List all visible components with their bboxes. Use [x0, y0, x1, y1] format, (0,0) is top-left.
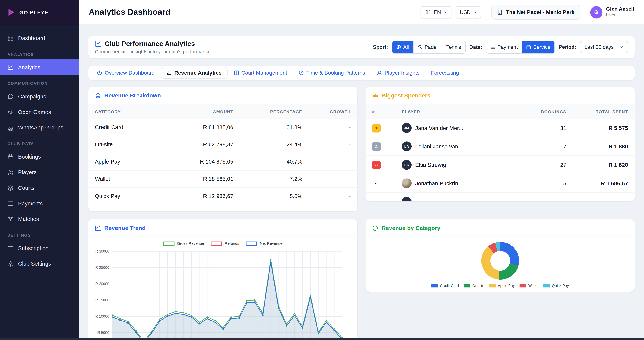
legend-label: Quick Pay — [552, 284, 569, 288]
sidebar-item-players[interactable]: Players — [0, 164, 79, 180]
sidebar-item-courts[interactable]: Courts — [0, 180, 79, 195]
calendar-icon — [8, 154, 14, 160]
brand-logo[interactable]: GO PLEYE — [0, 0, 79, 25]
tab-forecasting[interactable]: Forecasting — [426, 66, 464, 80]
chart-line-icon — [95, 40, 102, 47]
svg-text:R 5000: R 5000 — [97, 331, 109, 335]
revenue-breakdown-card: Revenue Breakdown CATEGORY AMOUNT PERCEN… — [88, 87, 358, 211]
table-row: Apple Pay R 104 875,05 40.7% - — [88, 153, 358, 170]
top-bar-actions: EN USD The Net Padel - Menlo Park G Glen… — [420, 5, 634, 19]
calendar-icon — [526, 45, 531, 50]
sidebar-item-whatsapp-groups[interactable]: WhatsApp Groups — [0, 120, 79, 135]
table-row: Wallet R 18 585,01 7.2% - — [88, 170, 358, 188]
tab-court-management[interactable]: Court Management — [228, 66, 292, 80]
club-selector-button[interactable]: The Net Padel - Menlo Park — [491, 5, 580, 19]
crown-icon — [372, 92, 378, 98]
sidebar-item-subscription[interactable]: Subscription — [0, 240, 79, 256]
column-header: # — [372, 109, 402, 114]
rank-badge: 2 — [372, 142, 380, 151]
table-row: On-site R 62 798,37 24.4% - — [88, 136, 358, 153]
sidebar-section-settings: SETTINGS — [0, 227, 79, 240]
column-header: CATEGORY — [95, 109, 151, 114]
trophy-icon — [8, 216, 14, 222]
analytics-tabs: Overview Dashboard Revenue Analytics Cou… — [88, 66, 635, 80]
column-header: PERCENTAGE — [233, 109, 302, 114]
sidebar-item-label: Players — [18, 169, 36, 175]
sport-option-label: Padel — [424, 44, 438, 50]
date-option-label: Service — [533, 44, 550, 50]
sidebar-item-label: Campaigns — [18, 93, 46, 99]
sidebar-item-matches[interactable]: Matches — [0, 211, 79, 227]
svg-text:R 25000: R 25000 — [95, 265, 109, 270]
net-revenue-swatch — [246, 241, 257, 246]
chevron-down-icon — [443, 10, 448, 14]
tab-label: Time & Booking Patterns — [306, 70, 365, 76]
trend-chart-legend: Gross Revenue Refunds Net Revenue — [88, 237, 358, 246]
spender-row[interactable]: 3 ESElsa Struwig 27 R 1 820 — [366, 156, 635, 174]
player-photo-avatar — [402, 178, 412, 188]
credit-card-swatch — [431, 284, 438, 287]
bar-chart-icon — [166, 70, 172, 75]
player-avatar — [402, 197, 412, 201]
building-icon — [497, 9, 502, 15]
player-avatar: ES — [402, 160, 412, 170]
spender-row[interactable]: 1 JMJana Van der Mer... 31 R 5 575 — [366, 119, 635, 137]
svg-text:R 10000: R 10000 — [95, 314, 109, 319]
tab-player-insights[interactable]: Player Insights — [371, 66, 425, 80]
megaphone-icon — [8, 109, 14, 115]
total-spent: R 5 575 — [566, 125, 628, 131]
bottom-bar — [0, 338, 644, 340]
total-spent: R 1 820 — [566, 162, 628, 168]
currency-select[interactable]: USD — [456, 6, 481, 18]
on-site-swatch — [464, 284, 470, 287]
bookings-count: 15 — [521, 180, 566, 186]
spender-row-clipped[interactable] — [366, 193, 635, 201]
donut-legend: Credit Card On-site Apple Pay Wallet Qui… — [366, 280, 635, 288]
sidebar-item-analytics[interactable]: Analytics — [0, 59, 79, 75]
table-header: # PLAYER BOOKINGS TOTAL SPENT — [366, 105, 635, 119]
tab-label: Revenue Analytics — [174, 70, 222, 76]
clock-icon — [298, 70, 304, 75]
column-header: PLAYER — [402, 109, 521, 114]
spender-row[interactable]: 2 LRLeilani Janse van ... 17 R 1 880 — [366, 138, 635, 156]
sidebar-section-analytics: ANALYTICS — [0, 46, 79, 59]
rank-number: 4 — [372, 179, 380, 187]
sidebar-item-open-games[interactable]: Open Games — [0, 104, 79, 120]
sidebar-item-payments[interactable]: Payments — [0, 195, 79, 211]
card-title: Revenue by Category — [382, 225, 440, 231]
tab-revenue-analytics[interactable]: Revenue Analytics — [161, 67, 227, 79]
play-logo-icon — [7, 8, 16, 17]
date-service-button[interactable]: Service — [522, 41, 554, 53]
spender-row[interactable]: 4 Jonathan Puckrin 15 R 1 686,67 — [366, 174, 635, 192]
tab-time-booking-patterns[interactable]: Time & Booking Patterns — [293, 66, 370, 80]
column-header: BOOKINGS — [521, 109, 566, 114]
sidebar-nav: Dashboard ANALYTICS Analytics COMMUNICAT… — [0, 25, 79, 271]
tab-label: Court Management — [241, 70, 287, 76]
sidebar-item-bookings[interactable]: Bookings — [0, 149, 79, 164]
club-name: The Net Padel - Menlo Park — [506, 9, 574, 15]
revenue-by-category-card: Revenue by Category Credit Card On-site … — [366, 219, 635, 292]
tab-overview-dashboard[interactable]: Overview Dashboard — [92, 66, 160, 80]
user-menu[interactable]: G Glen Ansell User — [590, 6, 634, 18]
legend-label: Refunds — [225, 241, 239, 246]
language-select[interactable]: EN — [420, 6, 452, 18]
sidebar-item-label: Courts — [18, 185, 34, 191]
sport-tennis-button[interactable]: Tennis — [442, 41, 465, 53]
sidebar-item-club-settings[interactable]: Club Settings — [0, 256, 79, 271]
svg-text:R 30000: R 30000 — [95, 249, 109, 253]
page-content: Club Performance Analytics Comprehensive… — [79, 25, 644, 340]
sport-all-button[interactable]: All — [392, 41, 414, 53]
date-payment-button[interactable]: Payment — [486, 41, 522, 53]
period-select[interactable]: Last 30 days — [580, 41, 628, 53]
bookings-count: 31 — [521, 125, 566, 131]
revenue-breakdown-header: Revenue Breakdown — [88, 87, 358, 105]
revenue-trend-header: Revenue Trend — [88, 219, 358, 237]
column-header: AMOUNT — [151, 109, 233, 114]
sidebar-item-campaigns[interactable]: Campaigns — [0, 89, 79, 104]
sidebar-item-dashboard[interactable]: Dashboard — [0, 30, 79, 46]
tab-label: Overview Dashboard — [105, 70, 154, 76]
legend-label: Net Revenue — [260, 241, 282, 246]
users-icon — [8, 169, 14, 175]
pie-chart-icon — [97, 70, 102, 75]
sport-padel-button[interactable]: Padel — [414, 41, 442, 53]
